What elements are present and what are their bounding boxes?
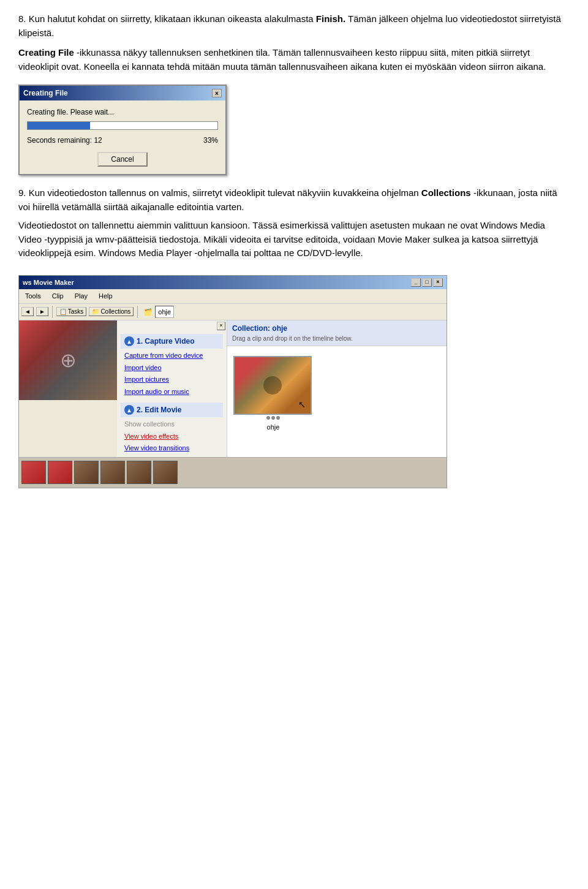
- wmm-main: Collection: ohje Drag a clip and drop it…: [227, 320, 447, 457]
- collection-title: Collection: ohje: [232, 323, 442, 334]
- sidebar-section-2-title[interactable]: ▲ 2. Edit Movie: [121, 403, 223, 417]
- progress-bar-fill: [28, 122, 90, 129]
- dialog-body: Creating file. Please wait... Seconds re…: [20, 100, 225, 174]
- strip-cell-3: [74, 461, 99, 484]
- wmm-toolbar: ◄ ► 📋 Tasks 📁 Collections 🗂️ ohje: [19, 304, 447, 321]
- section9-bold: Collections: [421, 187, 471, 198]
- breadcrumb-value[interactable]: ohje: [155, 306, 174, 319]
- sidebar-link-import-video[interactable]: Import video: [121, 362, 223, 374]
- sidebar-section-edit: ▲ 2. Edit Movie Show collections View vi…: [117, 400, 227, 457]
- toolbar-separator-2: [137, 306, 138, 318]
- section-1-icon: ▲: [124, 336, 134, 346]
- back-icon: ◄: [24, 308, 31, 315]
- dialog-status: Creating file. Please wait...: [27, 107, 218, 118]
- sidebar-close-button[interactable]: ×: [217, 322, 225, 330]
- strip-cell-6: [153, 461, 178, 484]
- wmm-minimize-button[interactable]: _: [411, 278, 421, 287]
- tasks-button[interactable]: 📋 Tasks: [56, 307, 87, 316]
- thumbnail-dots: [233, 416, 313, 420]
- wmm-video-preview: ⊕: [19, 320, 117, 400]
- creating-file-dialog-wrapper: Creating File × Creating file. Please wa…: [18, 85, 570, 175]
- menu-help[interactable]: Help: [96, 290, 115, 302]
- sidebar-link-import-audio[interactable]: Import audio or music: [121, 386, 223, 398]
- sidebar-section-2-label: 2. Edit Movie: [137, 404, 181, 415]
- thumbnail-label: ohje: [233, 422, 313, 433]
- sidebar-link-import-pictures[interactable]: Import pictures: [121, 374, 223, 385]
- strip-cell-2: [48, 461, 72, 484]
- collections-label: Collections: [100, 308, 130, 315]
- sidebar-link-view-video-transitions[interactable]: View video transitions: [121, 442, 223, 454]
- paragraph-1-bold: Finish.: [316, 13, 345, 24]
- wmm-timeline-strip: [19, 457, 447, 488]
- dot-2: [271, 416, 275, 420]
- section-9-text: 9. Kun videotiedoston tallennus on valmi…: [18, 186, 570, 260]
- paragraph-2-cont: -ikkunassa näkyy tallennuksen senhetkine…: [18, 47, 546, 72]
- sidebar-section-capture: ▲ 1. Capture Video Capture from video de…: [117, 331, 227, 400]
- paragraph-1: 8. Kun halutut kohdat on siirretty, klik…: [18, 12, 570, 40]
- wmm-menubar: Tools Clip Play Help: [19, 289, 447, 304]
- strip-cell-5: [127, 461, 151, 484]
- cursor-icon: ↖: [298, 398, 306, 411]
- toolbar-separator: [52, 306, 53, 318]
- wmm-titlebar-controls: _ □ ×: [411, 278, 443, 287]
- thumbnail-image: ↖: [233, 356, 312, 415]
- sidebar-static-show-collections: Show collections: [121, 418, 223, 430]
- paragraph-1-text: 8. Kun halutut kohdat on siirretty, klik…: [18, 13, 314, 24]
- forward-button[interactable]: ►: [36, 307, 48, 316]
- creating-file-bold: Creating File: [18, 47, 74, 58]
- wmm-content-area: × ▲ 1. Capture Video Capture from video …: [117, 320, 447, 457]
- tasks-icon: 📋: [59, 308, 67, 315]
- wmm-sidebar: × ▲ 1. Capture Video Capture from video …: [117, 320, 227, 457]
- menu-tools[interactable]: Tools: [23, 290, 43, 302]
- wmm-title: ws Movie Maker: [23, 278, 74, 288]
- dot-3: [276, 416, 280, 420]
- menu-clip[interactable]: Clip: [50, 290, 66, 302]
- crosshair-icon: ⊕: [60, 346, 77, 375]
- wmm-body: ⊕ × ▲ 1. Capture Video: [19, 320, 447, 457]
- strip-cell-4: [100, 461, 125, 484]
- wmm-main-content: ↖ ohje: [227, 346, 447, 457]
- section-2-icon: ▲: [124, 405, 134, 415]
- section9-intro: 9. Kun videotiedoston tallennus on valmi…: [18, 187, 419, 198]
- collection-subtitle: Drag a clip and drop it on the timeline …: [232, 334, 442, 343]
- dialog-close-button[interactable]: ×: [212, 89, 222, 97]
- wmm-maximize-button[interactable]: □: [422, 278, 432, 287]
- percent-label: 33%: [203, 135, 218, 146]
- sidebar-link-capture-video[interactable]: Capture from video device: [121, 350, 223, 361]
- sidebar-section-1-label: 1. Capture Video: [137, 336, 194, 347]
- menu-play[interactable]: Play: [72, 290, 90, 302]
- cancel-button[interactable]: Cancel: [97, 152, 147, 167]
- paragraph-2: Creating File -ikkunassa näkyy tallennuk…: [18, 46, 570, 74]
- sidebar-section-1-title[interactable]: ▲ 1. Capture Video: [121, 334, 223, 349]
- breadcrumb-icon: 🗂️: [144, 307, 153, 317]
- tasks-label: Tasks: [68, 308, 84, 315]
- dialog-row: Seconds remaining: 12 33%: [27, 135, 218, 146]
- wmm-close-button[interactable]: ×: [433, 278, 443, 287]
- wmm-titlebar: ws Movie Maker _ □ ×: [19, 276, 447, 290]
- creating-file-dialog: Creating File × Creating file. Please wa…: [18, 85, 227, 175]
- section9-para2: Videotiedostot on tallennettu aiemmin va…: [18, 219, 570, 260]
- wmm-right-area: × ▲ 1. Capture Video Capture from video …: [117, 320, 447, 457]
- collections-icon: 📁: [92, 308, 99, 315]
- wmm-window: ws Movie Maker _ □ × Tools Clip Play Hel…: [18, 275, 447, 488]
- seconds-remaining: Seconds remaining: 12: [27, 135, 102, 146]
- strip-cell-1: [21, 461, 46, 484]
- forward-icon: ►: [39, 308, 45, 315]
- progress-bar: [27, 121, 218, 130]
- close-icon: ×: [215, 89, 219, 98]
- sidebar-link-view-video-effects[interactable]: View video effects: [121, 431, 223, 442]
- dot-1: [266, 416, 270, 420]
- sidebar-close-area: ×: [117, 320, 227, 331]
- cancel-row: Cancel: [27, 152, 218, 167]
- dialog-title: Creating File: [23, 88, 68, 99]
- wmm-screenshot-container: ws Movie Maker _ □ × Tools Clip Play Hel…: [18, 269, 447, 488]
- breadcrumb-bar: 🗂️ ohje: [141, 305, 176, 319]
- collections-button[interactable]: 📁 Collections: [89, 307, 134, 316]
- back-button[interactable]: ◄: [21, 307, 34, 316]
- video-thumbnail[interactable]: ↖ ohje: [233, 356, 313, 433]
- dialog-titlebar: Creating File ×: [20, 86, 225, 100]
- collection-header: Collection: ohje Drag a clip and drop it…: [227, 320, 447, 346]
